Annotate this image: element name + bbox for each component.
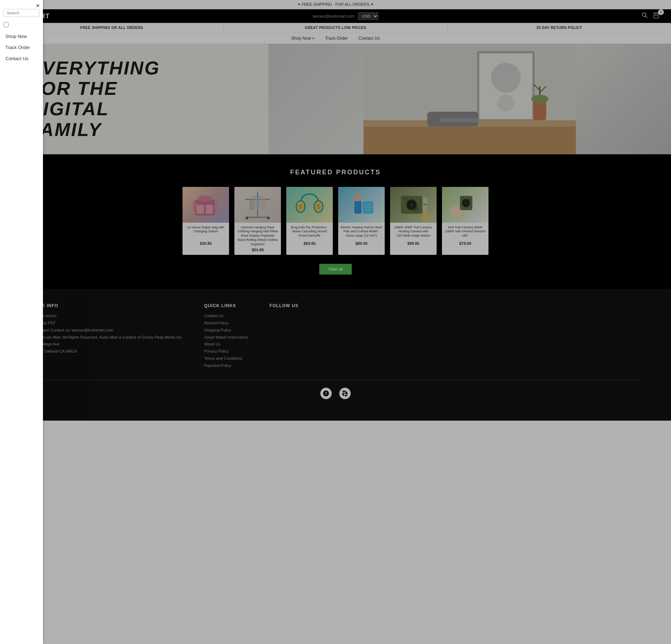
sidebar: ✕ Shop Now Track Order Contact Us xyxy=(0,0,43,421)
sidebar-item-track-order[interactable]: Track Order xyxy=(4,42,39,53)
sidebar-overlay[interactable] xyxy=(0,0,671,421)
sidebar-item-label: Shop Now xyxy=(5,34,27,39)
sidebar-item-label: Track Order xyxy=(5,45,30,50)
sidebar-close-button[interactable]: ✕ xyxy=(36,3,40,9)
sidebar-item-label: Contact Us xyxy=(5,56,28,61)
sidebar-item-shop-now[interactable]: Shop Now xyxy=(4,31,39,42)
sidebar-search-input[interactable] xyxy=(4,9,39,17)
sidebar-item-contact-us[interactable]: Contact Us xyxy=(4,53,39,64)
sidebar-checkbox[interactable] xyxy=(4,22,9,27)
